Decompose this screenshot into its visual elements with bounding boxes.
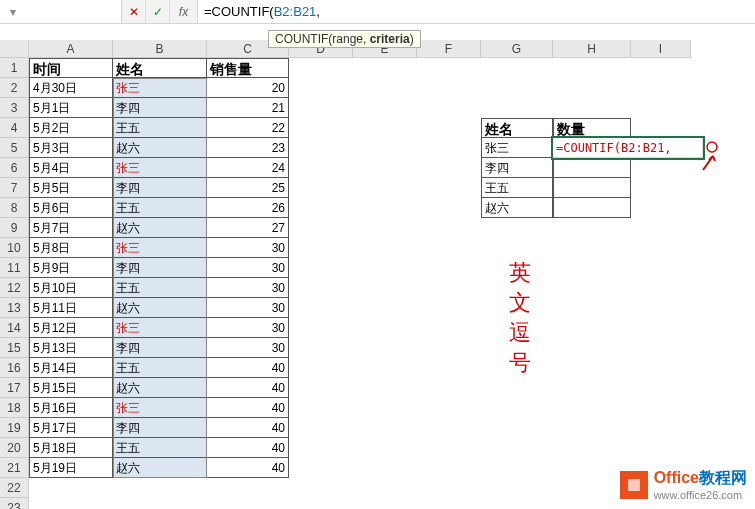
cell-B9[interactable]: 赵六	[113, 218, 207, 238]
cell-B16[interactable]: 王五	[113, 358, 207, 378]
cell-B3[interactable]: 李四	[113, 98, 207, 118]
row-header-8[interactable]: 8	[0, 198, 29, 218]
cell-C7[interactable]: 25	[207, 178, 289, 198]
cell-A15[interactable]: 5月13日	[29, 338, 113, 358]
cell-B15[interactable]: 李四	[113, 338, 207, 358]
cell-A6[interactable]: 5月4日	[29, 158, 113, 178]
row-header-22[interactable]: 22	[0, 478, 29, 498]
col-header-I[interactable]: I	[631, 40, 691, 58]
col-header-F[interactable]: F	[417, 40, 481, 58]
cell-B19[interactable]: 李四	[113, 418, 207, 438]
cell-A9[interactable]: 5月7日	[29, 218, 113, 238]
cell-C4[interactable]: 22	[207, 118, 289, 138]
cell-H5-editing[interactable]: =COUNTIF(B2:B21,	[553, 138, 703, 158]
row-header-5[interactable]: 5	[0, 138, 29, 158]
cell-B8[interactable]: 王五	[113, 198, 207, 218]
row-header-20[interactable]: 20	[0, 438, 29, 458]
cell-C8[interactable]: 26	[207, 198, 289, 218]
cell-G8[interactable]: 赵六	[481, 198, 553, 218]
row-header-7[interactable]: 7	[0, 178, 29, 198]
row-header-4[interactable]: 4	[0, 118, 29, 138]
cell-B17[interactable]: 赵六	[113, 378, 207, 398]
cell-C2[interactable]: 20	[207, 78, 289, 98]
cell-B4[interactable]: 王五	[113, 118, 207, 138]
cell-B14[interactable]: 张三	[113, 318, 207, 338]
cell-G6[interactable]: 李四	[481, 158, 553, 178]
cell-A21[interactable]: 5月19日	[29, 458, 113, 478]
cell-B5[interactable]: 赵六	[113, 138, 207, 158]
cell-H6[interactable]	[553, 158, 631, 178]
col-header-H[interactable]: H	[553, 40, 631, 58]
cell-H7[interactable]	[553, 178, 631, 198]
cell-A1[interactable]: 时间	[29, 58, 113, 78]
cell-B13[interactable]: 赵六	[113, 298, 207, 318]
cell-C16[interactable]: 40	[207, 358, 289, 378]
row-header-2[interactable]: 2	[0, 78, 29, 98]
name-box-dropdown-icon[interactable]: ▾	[6, 5, 20, 19]
formula-input[interactable]: =COUNTIF(B2:B21,	[198, 0, 755, 23]
cell-A7[interactable]: 5月5日	[29, 178, 113, 198]
cell-B20[interactable]: 王五	[113, 438, 207, 458]
cell-A13[interactable]: 5月11日	[29, 298, 113, 318]
cell-C13[interactable]: 30	[207, 298, 289, 318]
row-header-1[interactable]: 1	[0, 58, 29, 78]
cell-B7[interactable]: 李四	[113, 178, 207, 198]
row-header-11[interactable]: 11	[0, 258, 29, 278]
cell-B11[interactable]: 李四	[113, 258, 207, 278]
row-header-14[interactable]: 14	[0, 318, 29, 338]
row-header-15[interactable]: 15	[0, 338, 29, 358]
cell-A2[interactable]: 4月30日	[29, 78, 113, 98]
cell-B21[interactable]: 赵六	[113, 458, 207, 478]
cell-C20[interactable]: 40	[207, 438, 289, 458]
cell-A10[interactable]: 5月8日	[29, 238, 113, 258]
cell-B12[interactable]: 王五	[113, 278, 207, 298]
cell-A4[interactable]: 5月2日	[29, 118, 113, 138]
confirm-button[interactable]: ✓	[146, 0, 170, 23]
cell-A11[interactable]: 5月9日	[29, 258, 113, 278]
row-header-3[interactable]: 3	[0, 98, 29, 118]
row-header-12[interactable]: 12	[0, 278, 29, 298]
col-header-G[interactable]: G	[481, 40, 553, 58]
cell-G5[interactable]: 张三	[481, 138, 553, 158]
cell-A5[interactable]: 5月3日	[29, 138, 113, 158]
row-header-16[interactable]: 16	[0, 358, 29, 378]
cell-H4[interactable]: 数量	[553, 118, 631, 138]
cell-C11[interactable]: 30	[207, 258, 289, 278]
row-header-19[interactable]: 19	[0, 418, 29, 438]
cell-B1[interactable]: 姓名	[113, 58, 207, 78]
cancel-button[interactable]: ✕	[122, 0, 146, 23]
cell-C9[interactable]: 27	[207, 218, 289, 238]
cell-C19[interactable]: 40	[207, 418, 289, 438]
cell-A17[interactable]: 5月15日	[29, 378, 113, 398]
row-header-10[interactable]: 10	[0, 238, 29, 258]
cell-A20[interactable]: 5月18日	[29, 438, 113, 458]
cell-H8[interactable]	[553, 198, 631, 218]
row-header-9[interactable]: 9	[0, 218, 29, 238]
cell-C14[interactable]: 30	[207, 318, 289, 338]
row-header-17[interactable]: 17	[0, 378, 29, 398]
cell-C1[interactable]: 销售量	[207, 58, 289, 78]
fx-icon[interactable]: fx	[170, 0, 198, 23]
cell-A14[interactable]: 5月12日	[29, 318, 113, 338]
cell-B2[interactable]: 张三	[113, 78, 207, 98]
select-all-corner[interactable]	[0, 40, 29, 58]
cell-B18[interactable]: 张三	[113, 398, 207, 418]
cell-C17[interactable]: 40	[207, 378, 289, 398]
cell-A19[interactable]: 5月17日	[29, 418, 113, 438]
row-header-6[interactable]: 6	[0, 158, 29, 178]
cell-A16[interactable]: 5月14日	[29, 358, 113, 378]
cell-C21[interactable]: 40	[207, 458, 289, 478]
row-header-18[interactable]: 18	[0, 398, 29, 418]
row-header-23[interactable]: 23	[0, 498, 29, 509]
cell-C3[interactable]: 21	[207, 98, 289, 118]
col-header-B[interactable]: B	[113, 40, 207, 58]
cell-B10[interactable]: 张三	[113, 238, 207, 258]
cell-A8[interactable]: 5月6日	[29, 198, 113, 218]
cell-A3[interactable]: 5月1日	[29, 98, 113, 118]
cell-G4[interactable]: 姓名	[481, 118, 553, 138]
cell-G7[interactable]: 王五	[481, 178, 553, 198]
cell-C6[interactable]: 24	[207, 158, 289, 178]
cell-C15[interactable]: 30	[207, 338, 289, 358]
cell-C12[interactable]: 30	[207, 278, 289, 298]
cell-C10[interactable]: 30	[207, 238, 289, 258]
